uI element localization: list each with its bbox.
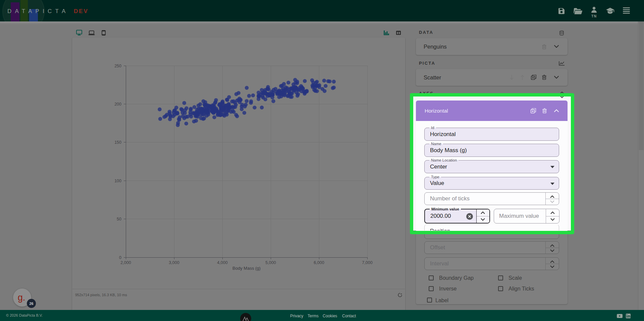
svg-text:200: 200 (114, 102, 121, 107)
svg-text:150: 150 (114, 140, 121, 145)
svg-text:6,000: 6,000 (314, 260, 324, 265)
svg-text:2,000: 2,000 (120, 260, 131, 265)
svg-text:250: 250 (114, 64, 121, 68)
svg-text:Body Mass (g): Body Mass (g) (232, 266, 261, 271)
svg-text:4,000: 4,000 (217, 260, 227, 265)
svg-text:0: 0 (119, 255, 121, 260)
svg-text:100: 100 (114, 179, 121, 183)
svg-text:50: 50 (117, 217, 121, 221)
svg-text:5,000: 5,000 (265, 260, 276, 265)
svg-text:7,000: 7,000 (362, 260, 372, 265)
svg-text:3,000: 3,000 (169, 260, 179, 265)
